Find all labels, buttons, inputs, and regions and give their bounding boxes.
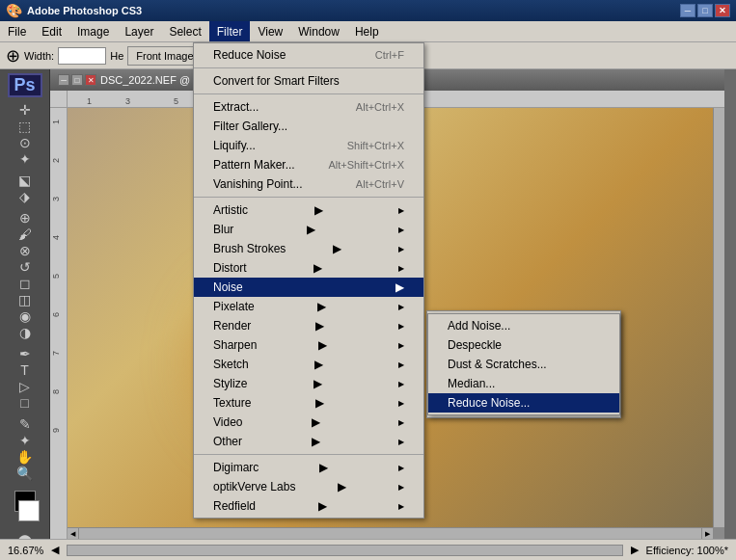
- filter-reduce-noise[interactable]: Reduce Noise Ctrl+F: [194, 45, 423, 65]
- toolbar: Ps ✛ ⬚ ⊙ ✦ ⬕ ⬗ ⊕ 🖌 ⊗ ↺ ◻ ◫ ◉ ◑ ✒ T ▷ □ ✎…: [0, 69, 50, 539]
- status-bar: 16.67% ◀ ▶ Efficiency: 100%*: [0, 539, 736, 560]
- filter-pattern-maker[interactable]: Pattern Maker... Alt+Shift+Ctrl+X: [194, 155, 423, 174]
- filter-sketch[interactable]: Sketch ▶: [194, 355, 423, 374]
- filter-blur[interactable]: Blur ▶: [194, 220, 423, 239]
- tool-clone[interactable]: ⊗: [4, 243, 46, 258]
- height-label: He: [110, 50, 123, 62]
- tool-hand[interactable]: ✋: [4, 449, 46, 465]
- tool-move[interactable]: ✛: [4, 102, 46, 118]
- app-title: Adobe Photoshop CS3: [27, 5, 142, 16]
- menu-image[interactable]: Image: [69, 21, 117, 41]
- filter-other[interactable]: Other ▶: [194, 432, 423, 451]
- tool-healing[interactable]: ⊕: [4, 210, 46, 226]
- tool-lasso[interactable]: ⊙: [4, 135, 46, 150]
- tool-blur[interactable]: ◉: [4, 308, 46, 324]
- tool-notes[interactable]: ✎: [4, 416, 46, 432]
- noise-reduce-noise[interactable]: Reduce Noise...: [428, 393, 619, 413]
- filter-distort[interactable]: Distort ▶: [194, 258, 423, 278]
- noise-submenu-menu: Add Noise... Despeckle Dust & Scratches.…: [427, 313, 620, 415]
- window-controls: ─ □ ✕: [680, 4, 730, 17]
- tool-shape[interactable]: □: [4, 395, 46, 411]
- filter-convert-smart[interactable]: Convert for Smart Filters: [194, 71, 423, 91]
- menu-bar: File Edit Image Layer Select Filter View…: [0, 21, 736, 42]
- doc-close[interactable]: ✕: [85, 74, 96, 86]
- menu-file[interactable]: File: [0, 21, 34, 41]
- tool-path-select[interactable]: ▷: [4, 379, 46, 394]
- tool-pen[interactable]: ✒: [4, 346, 46, 361]
- filter-sep2: [194, 93, 423, 94]
- efficiency-label: Efficiency: 100%*: [646, 545, 728, 556]
- filter-noise[interactable]: Noise ▶: [194, 278, 423, 297]
- doc-minimize[interactable]: ─: [58, 74, 69, 86]
- tool-dodge[interactable]: ◑: [4, 325, 46, 340]
- noise-dust-scratches[interactable]: Dust & Scratches...: [428, 355, 619, 374]
- tool-slice[interactable]: ⬗: [4, 189, 46, 204]
- tool-eraser[interactable]: ◻: [4, 276, 46, 291]
- tool-brush[interactable]: 🖌: [4, 227, 46, 242]
- menu-select[interactable]: Select: [161, 21, 208, 41]
- width-input[interactable]: [58, 47, 106, 65]
- menu-view[interactable]: View: [250, 21, 290, 41]
- tool-type[interactable]: T: [4, 362, 46, 378]
- ps-logo: Ps: [8, 73, 42, 97]
- vertical-scrollbar[interactable]: [713, 108, 724, 527]
- horizontal-scrollbar[interactable]: ◀ ▶: [68, 527, 713, 539]
- noise-add-noise[interactable]: Add Noise...: [428, 316, 619, 335]
- filter-sep4: [194, 454, 423, 455]
- filter-extract[interactable]: Extract... Alt+Ctrl+X: [194, 97, 423, 117]
- filter-stylize[interactable]: Stylize ▶: [194, 374, 423, 393]
- ruler-vertical: 1 2 3 4 5 6 7 8 9: [50, 91, 68, 539]
- menu-layer[interactable]: Layer: [117, 21, 161, 41]
- tool-magic-wand[interactable]: ✦: [4, 151, 46, 167]
- scroll-left-button[interactable]: ◀: [68, 528, 79, 539]
- maximize-button[interactable]: □: [697, 4, 713, 17]
- tool-marquee[interactable]: ⬚: [4, 119, 46, 134]
- filter-digimarc[interactable]: Digimarc ▶: [194, 458, 423, 477]
- noise-despeckle[interactable]: Despeckle: [428, 335, 619, 355]
- tool-gradient[interactable]: ◫: [4, 292, 46, 307]
- filter-video[interactable]: Video ▶: [194, 413, 423, 432]
- doc-maximize[interactable]: □: [71, 74, 83, 86]
- nav-arrow-left[interactable]: ◀: [51, 544, 59, 556]
- tool-crop[interactable]: ⬕: [4, 173, 46, 188]
- menu-window[interactable]: Window: [290, 21, 347, 41]
- close-button[interactable]: ✕: [715, 4, 730, 17]
- menu-edit[interactable]: Edit: [34, 21, 69, 41]
- zoom-level: 16.67%: [8, 545, 43, 556]
- noise-median[interactable]: Median...: [428, 374, 619, 393]
- tool-eyedropper[interactable]: ✦: [4, 433, 46, 448]
- scroll-right-button[interactable]: ▶: [701, 528, 713, 539]
- filter-sep1: [194, 67, 423, 68]
- filter-dropdown: Reduce Noise Ctrl+F Convert for Smart Fi…: [193, 42, 424, 519]
- filter-menu: Reduce Noise Ctrl+F Convert for Smart Fi…: [193, 42, 424, 519]
- filter-pixelate[interactable]: Pixelate ▶: [194, 297, 423, 316]
- filter-gallery[interactable]: Filter Gallery...: [194, 117, 423, 136]
- filter-optikverve[interactable]: optikVerve Labs ▶: [194, 477, 423, 496]
- title-bar: 🎨 Adobe Photoshop CS3 ─ □ ✕: [0, 0, 736, 21]
- filter-artistic[interactable]: Artistic ▶: [194, 200, 423, 220]
- filter-redfield[interactable]: Redfield ▶: [194, 496, 423, 516]
- menu-filter[interactable]: Filter: [209, 21, 251, 41]
- minimize-button[interactable]: ─: [680, 4, 695, 17]
- filter-render[interactable]: Render ▶: [194, 316, 423, 335]
- filter-vanishing-point[interactable]: Vanishing Point... Alt+Ctrl+V: [194, 174, 423, 194]
- filter-texture[interactable]: Texture ▶: [194, 393, 423, 413]
- doc-title-buttons: ─ □ ✕: [58, 74, 96, 86]
- tool-icon-marquee[interactable]: ⊕: [6, 45, 20, 67]
- filter-brush-strokes[interactable]: Brush Strokes ▶: [194, 239, 423, 258]
- width-label: Width:: [24, 50, 54, 62]
- tool-zoom[interactable]: 🔍: [4, 466, 46, 481]
- filter-liquify[interactable]: Liquify... Shift+Ctrl+X: [194, 136, 423, 155]
- ruler-corner: [50, 91, 68, 108]
- nav-arrow-right[interactable]: ▶: [631, 544, 639, 556]
- filter-sharpen[interactable]: Sharpen ▶: [194, 335, 423, 355]
- tool-history-brush[interactable]: ↺: [4, 259, 46, 275]
- background-color[interactable]: [18, 500, 40, 521]
- app-icon: 🎨: [6, 3, 22, 18]
- scroll-track[interactable]: [67, 545, 622, 556]
- filter-sep3: [194, 197, 423, 198]
- menu-help[interactable]: Help: [347, 21, 387, 41]
- front-image-button[interactable]: Front Image: [127, 46, 202, 66]
- noise-submenu: Add Noise... Despeckle Dust & Scratches.…: [426, 310, 621, 418]
